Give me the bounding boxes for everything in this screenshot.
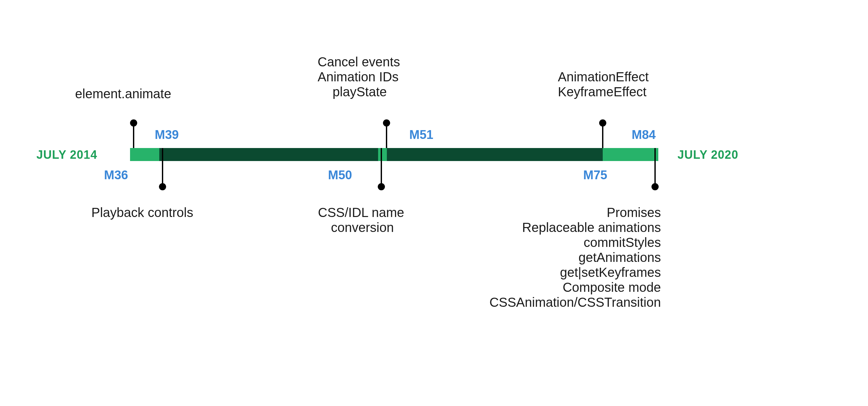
bar-segment <box>603 148 658 161</box>
timeline-stem <box>654 148 656 186</box>
milestone-label-animeffect: AnimationEffect <box>558 69 649 84</box>
version-m36: M36 <box>104 168 128 182</box>
version-m39: M39 <box>155 128 179 142</box>
timeline-dot <box>378 183 385 190</box>
milestone-label-replace: Replaceable animations <box>522 220 661 235</box>
timeline-dot <box>159 183 166 190</box>
bar-segment <box>159 148 378 161</box>
timeline-dot <box>130 119 137 126</box>
milestone-label-animids: Animation IDs <box>318 69 399 84</box>
timeline-diagram: JULY 2014 JULY 2020 element.animate M36 … <box>0 0 868 406</box>
milestone-label-getanim: getAnimations <box>579 250 661 265</box>
milestone-label-kfeffect: KeyframeEffect <box>558 84 647 99</box>
milestone-label-csstrans: CSSAnimation/CSSTransition <box>489 295 661 310</box>
version-m51: M51 <box>409 128 433 142</box>
milestone-label-getsetkf: get|setKeyframes <box>560 265 661 280</box>
timeline-stem <box>162 148 163 186</box>
milestone-label-promises: Promises <box>607 205 661 220</box>
version-m50: M50 <box>328 168 352 182</box>
bar-segment <box>378 148 387 161</box>
timeline-stem <box>381 148 382 186</box>
version-m75: M75 <box>583 168 607 182</box>
timeline-dot <box>383 119 390 126</box>
milestone-label-composite: Composite mode <box>563 280 661 295</box>
milestone-label-playback: Playback controls <box>91 205 193 220</box>
start-date-label: JULY 2014 <box>36 148 97 162</box>
milestone-label-cssidl-1: CSS/IDL name <box>318 205 404 220</box>
timeline-dot <box>599 119 606 126</box>
milestone-label-cancel: Cancel events <box>318 54 400 69</box>
milestone-label-animate: element.animate <box>75 86 171 101</box>
version-m84: M84 <box>632 128 656 142</box>
milestone-label-commit: commitStyles <box>584 235 661 250</box>
timeline-dot <box>651 183 659 190</box>
bar-segment <box>387 148 603 161</box>
milestone-label-cssidl-2: conversion <box>331 220 394 235</box>
end-date-label: JULY 2020 <box>678 148 738 162</box>
milestone-label-playstate: playState <box>333 84 387 99</box>
